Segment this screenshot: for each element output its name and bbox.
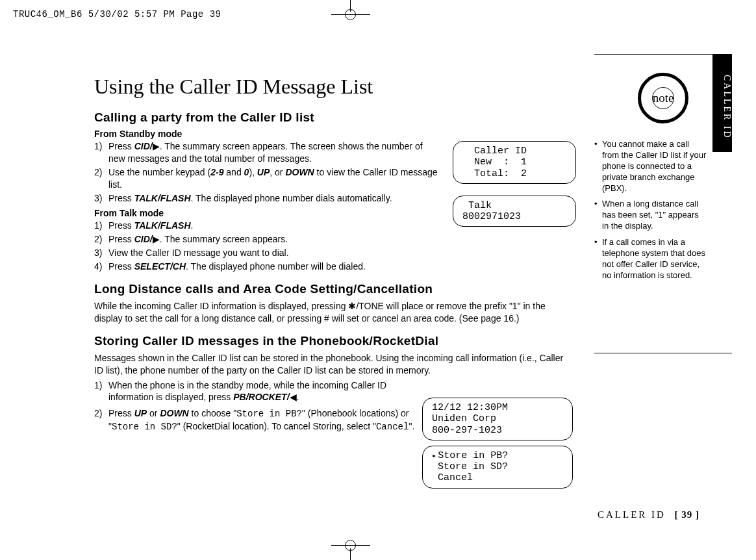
note-item: When a long distance call has been set, … — [594, 199, 707, 232]
standby-step-3: 3) Press TALK/FLASH. The displayed phone… — [94, 192, 458, 205]
note-list: You cannot make a call from the Caller I… — [594, 139, 732, 281]
registration-mark-top — [331, 0, 370, 27]
lcd-callerid-summary: Caller ID New : 1 Total: 2 — [453, 141, 576, 184]
storing-step-1: 1) When the phone is in the standby mode… — [94, 379, 419, 404]
cursor-icon — [432, 450, 438, 461]
section-heading-calling: Calling a party from the Caller ID list — [94, 110, 575, 125]
print-header: TRUC46_OM_B6 5/30/02 5:57 PM Page 39 — [13, 9, 221, 19]
longdistance-body: While the incoming Caller ID information… — [94, 300, 575, 325]
lcd-group-top: Caller ID New : 1 Total: 2 Talk 80029710… — [453, 141, 576, 238]
registration-mark-bottom — [331, 533, 370, 560]
section-heading-longdistance: Long Distance calls and Area Code Settin… — [94, 282, 575, 296]
page-title: Using the Caller ID Message List — [94, 75, 575, 99]
page-footer: CALLER ID [ 39 ] — [598, 509, 699, 520]
section-heading-storing: Storing Caller ID messages in the Phoneb… — [94, 334, 575, 348]
standby-step-1: 1) Press CID/▶. The summary screen appea… — [94, 140, 438, 165]
lcd-store-menu: Store in PB? Store in SD? Cancel — [422, 446, 573, 489]
storing-intro: Messages shown in the Caller ID list can… — [94, 352, 575, 377]
talk-step-4: 4) Press SELECT/CH. The displayed phone … — [94, 261, 575, 273]
standby-step-2: 2) Use the number keypad (2-9 and 0), UP… — [94, 166, 438, 191]
lcd-talk-dial: Talk 8002971023 — [453, 196, 576, 227]
mode-standby-label: From Standby mode — [94, 129, 575, 139]
lcd-callerid-record: 12/12 12:30PM Uniden Corp 800-297-1023 — [422, 398, 573, 440]
talk-step-3: 3) View the Caller ID message you want t… — [94, 247, 575, 259]
note-icon: note — [638, 73, 688, 123]
note-item: If a call comes in via a telephone syste… — [594, 237, 707, 281]
lcd-group-bottom: 12/12 12:30PM Uniden Corp 800-297-1023 S… — [422, 398, 573, 494]
storing-step-2: 2) Press UP or DOWN to choose "Store in … — [94, 407, 419, 433]
sidebar-divider — [594, 353, 732, 353]
note-item: You cannot make a call from the Caller I… — [594, 139, 707, 194]
sidebar-tab: CALLER ID — [712, 55, 732, 152]
page-content: Using the Caller ID Message List Calling… — [94, 75, 575, 435]
sidebar: CALLER ID note You cannot make a call fr… — [594, 54, 732, 353]
